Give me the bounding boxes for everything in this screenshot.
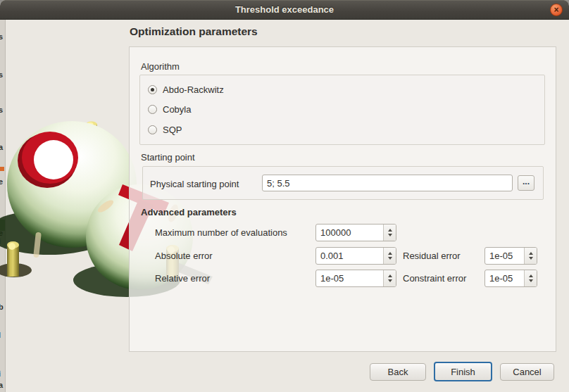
constraint-error-label: Constraint error (403, 273, 466, 284)
close-icon: × (554, 6, 558, 14)
max-eval-label: Maximum number of evaluations (155, 227, 287, 238)
o-sphere-shadow (0, 210, 113, 255)
spin-up-icon[interactable] (529, 252, 533, 255)
radio-button-icon[interactable] (148, 105, 157, 114)
spin-up-icon[interactable] (388, 252, 392, 255)
background-text-fragment: s (0, 106, 3, 114)
o-ring (22, 132, 78, 184)
background-text-fragment: s (0, 70, 3, 79)
spin-up-icon[interactable] (388, 229, 392, 232)
residual-error-spinbox[interactable]: 1e-05 (484, 247, 537, 265)
green-item-fragment (0, 220, 5, 231)
radio-sqp[interactable]: SQP (148, 125, 182, 135)
window-title: Threshold exceedance (235, 4, 334, 15)
o-ring-center (34, 140, 73, 179)
spin-down-icon[interactable] (388, 257, 392, 260)
background-window-edge: sssaeeiblia (0, 20, 6, 392)
dialog-window: Threshold exceedance × sssaeeiblia (0, 0, 569, 392)
residual-error-label: Residual error (403, 251, 461, 261)
o-ring-dark (18, 133, 77, 188)
starting-point-section-label: Starting point (141, 152, 195, 163)
spin-down-icon[interactable] (529, 279, 533, 282)
relative-error-label: Relative error (155, 273, 210, 284)
spinbox-arrows[interactable] (524, 248, 537, 264)
radio-button-icon[interactable] (148, 85, 157, 94)
physical-starting-point-label: Physical starting point (150, 179, 239, 189)
physical-starting-point-input[interactable] (262, 175, 513, 191)
spinbox-value[interactable]: 1e-05 (485, 248, 524, 264)
background-text-fragment: e (0, 177, 3, 186)
absolute-error-label: Absolute error (155, 251, 213, 261)
background-text-fragment: a (0, 381, 3, 389)
background-text-fragment: l (0, 331, 1, 339)
constraint-error-spinbox[interactable]: 1e-05 (484, 270, 537, 287)
radio-button-icon[interactable] (148, 125, 157, 134)
background-text-fragment: s (0, 32, 3, 41)
close-button[interactable]: × (550, 4, 563, 16)
spinbox-value[interactable]: 1e-05 (316, 270, 383, 286)
spinbox-arrows[interactable] (524, 270, 537, 286)
o-sphere (0, 121, 137, 258)
background-text-fragment: b (0, 303, 4, 311)
spin-down-icon[interactable] (388, 279, 392, 282)
radio-abdo-rackwitz[interactable]: Abdo-Rackwitz (148, 84, 224, 95)
cylinder-top-icon (86, 122, 97, 157)
radio-label: SQP (163, 125, 182, 135)
spinbox-value[interactable]: 100000 (316, 225, 383, 241)
absolute-error-spinbox[interactable]: 0.001 (315, 247, 396, 265)
spin-down-icon[interactable] (529, 257, 533, 260)
background-text-fragment: i (0, 369, 1, 378)
max-eval-spinbox[interactable]: 100000 (315, 224, 396, 241)
page-title: Optimization parameters (130, 25, 258, 38)
advanced-parameters-label: Advanced parameters (141, 207, 237, 217)
title-bar[interactable]: Threshold exceedance × (0, 0, 569, 20)
spinbox-arrows[interactable] (383, 270, 396, 286)
finish-button[interactable]: Finish (434, 362, 492, 381)
cancel-button[interactable]: Cancel (500, 363, 554, 381)
radio-label: Abdo-Rackwitz (163, 84, 224, 95)
browse-button[interactable]: ... (518, 175, 534, 191)
radio-label: Cobyla (163, 104, 191, 115)
advanced-parameters-toggle[interactable]: Advanced parameters (141, 207, 249, 217)
algorithm-section-label: Algorithm (141, 61, 180, 72)
spinbox-arrows[interactable] (383, 248, 396, 264)
spin-up-icon[interactable] (388, 274, 392, 277)
background-text-fragment: i (0, 237, 1, 246)
spinbox-value[interactable]: 1e-05 (485, 270, 524, 286)
orange-item-fragment (0, 167, 4, 171)
spin-up-icon[interactable] (529, 274, 533, 277)
spin-down-icon[interactable] (388, 234, 392, 236)
spinbox-arrows[interactable] (383, 225, 396, 241)
relative-error-spinbox[interactable]: 1e-05 (315, 270, 396, 287)
spinbox-value[interactable]: 0.001 (316, 248, 383, 264)
radio-cobyla[interactable]: Cobyla (148, 104, 191, 115)
back-button[interactable]: Back (370, 363, 426, 381)
background-text-fragment: a (0, 143, 3, 151)
